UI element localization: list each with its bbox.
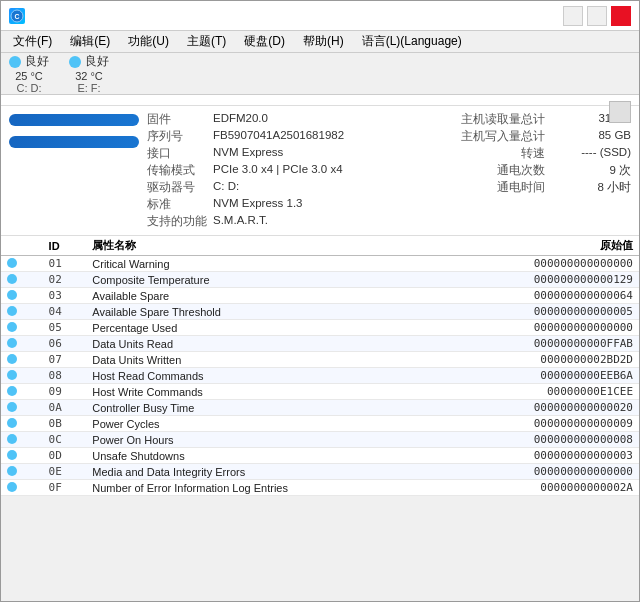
table-row: 0DUnsafe Shutdowns000000000000003 (1, 448, 639, 464)
spec-value-6: S.M.A.R.T. (213, 214, 453, 229)
stat-value-3: 9 次 (551, 163, 631, 178)
table-row: 08Host Read Commands000000000EEB6A (1, 368, 639, 384)
attr-value: 00000000000FFAB (446, 336, 639, 352)
attr-id: 0D (43, 448, 87, 464)
status-indicator (7, 306, 17, 316)
attr-tbody: 01Critical Warning00000000000000002Compo… (1, 256, 639, 496)
attr-id: 07 (43, 352, 87, 368)
attr-name: Data Units Read (86, 336, 446, 352)
attr-id: 09 (43, 384, 87, 400)
attr-value: 000000000000005 (446, 304, 639, 320)
row-icon (1, 368, 43, 384)
play-button[interactable] (609, 101, 631, 123)
status-indicator (7, 386, 17, 396)
attr-name: Data Units Written (86, 352, 446, 368)
spec-label-1: 序列号 (147, 129, 207, 144)
attr-value: 000000000000129 (446, 272, 639, 288)
drive-tab-0[interactable]: 良好 25 °C C: D: (9, 53, 49, 94)
stat-label-3: 通电次数 (461, 163, 545, 178)
attr-value: 000000000000000 (446, 256, 639, 272)
table-row: 03Available Spare000000000000064 (1, 288, 639, 304)
title-bar: C (1, 1, 639, 31)
close-button[interactable] (611, 6, 631, 26)
status-indicator (7, 274, 17, 284)
svg-text:C: C (14, 13, 19, 20)
menu-item[interactable]: 编辑(E) (62, 31, 118, 52)
attr-table: ID 属性名称 原始值 01Critical Warning0000000000… (1, 236, 639, 496)
table-row: 0CPower On Hours000000000000008 (1, 432, 639, 448)
spec-value-5: NVM Express 1.3 (213, 197, 453, 212)
table-row: 01Critical Warning000000000000000 (1, 256, 639, 272)
minimize-button[interactable] (563, 6, 583, 26)
drive-status-1: 良好 (85, 53, 109, 70)
attr-value: 0000000000002A (446, 480, 639, 496)
col-id: ID (43, 236, 87, 256)
row-icon (1, 352, 43, 368)
table-row: 0EMedia and Data Integrity Errors0000000… (1, 464, 639, 480)
menu-item[interactable]: 主题(T) (179, 31, 234, 52)
row-icon (1, 416, 43, 432)
menu-item[interactable]: 帮助(H) (295, 31, 352, 52)
attr-name: Percentage Used (86, 320, 446, 336)
table-row: 0FNumber of Error Information Log Entrie… (1, 480, 639, 496)
row-icon (1, 384, 43, 400)
title-left: C (9, 8, 31, 24)
attr-id: 05 (43, 320, 87, 336)
row-icon (1, 400, 43, 416)
menu-item[interactable]: 语言(L)(Language) (354, 31, 470, 52)
status-indicator (7, 258, 17, 268)
table-row: 02Composite Temperature000000000000129 (1, 272, 639, 288)
status-indicator (7, 354, 17, 364)
table-header-row: ID 属性名称 原始值 (1, 236, 639, 256)
status-indicator (7, 434, 17, 444)
title-controls (563, 6, 631, 26)
attr-value: 0000000002BD2D (446, 352, 639, 368)
stat-label-1: 主机写入量总计 (461, 129, 545, 144)
spec-label-3: 传输模式 (147, 163, 207, 178)
row-icon (1, 480, 43, 496)
right-panel: 主机读取量总计31 GB主机写入量总计85 GB转速---- (SSD)通电次数… (461, 112, 631, 229)
spec-label-5: 标准 (147, 197, 207, 212)
stat-value-1: 85 GB (551, 129, 631, 144)
stat-value-2: ---- (SSD) (551, 146, 631, 161)
menu-item[interactable]: 功能(U) (120, 31, 177, 52)
maximize-button[interactable] (587, 6, 607, 26)
menu-item[interactable]: 硬盘(D) (236, 31, 293, 52)
stat-label-2: 转速 (461, 146, 545, 161)
attr-value: 00000000E1CEE (446, 384, 639, 400)
attr-container: ID 属性名称 原始值 01Critical Warning0000000000… (1, 236, 639, 496)
drive-tab-1[interactable]: 良好 32 °C E: F: (69, 53, 109, 94)
attr-name: Unsafe Shutdowns (86, 448, 446, 464)
spec-value-0: EDFM20.0 (213, 112, 453, 127)
menu-item[interactable]: 文件(F) (5, 31, 60, 52)
left-panel (9, 112, 139, 229)
attr-name: Available Spare Threshold (86, 304, 446, 320)
drive-temp-0: 25 °C (15, 70, 43, 82)
attr-name: Host Read Commands (86, 368, 446, 384)
stat-value-4: 8 小时 (551, 180, 631, 195)
attr-id: 06 (43, 336, 87, 352)
status-indicator (7, 322, 17, 332)
stat-label-0: 主机读取量总计 (461, 112, 545, 127)
status-indicator (7, 370, 17, 380)
row-icon (1, 448, 43, 464)
status-indicator (7, 482, 17, 492)
spec-label-4: 驱动器号 (147, 180, 207, 195)
attr-name: Controller Busy Time (86, 400, 446, 416)
temp-box (9, 136, 139, 148)
table-row: 0AController Busy Time000000000000020 (1, 400, 639, 416)
drive-tabs: 良好 25 °C C: D: 良好 32 °C E: F: (1, 53, 639, 95)
attr-name: Composite Temperature (86, 272, 446, 288)
spec-label-0: 固件 (147, 112, 207, 127)
middle-panel: 固件EDFM20.0序列号FB5907041A2501681982接口NVM E… (147, 112, 453, 229)
drive-letter-0: C: D: (16, 82, 41, 94)
row-icon (1, 464, 43, 480)
attr-value: 000000000000000 (446, 320, 639, 336)
attr-name: Power On Hours (86, 432, 446, 448)
col-name: 属性名称 (86, 236, 446, 256)
attr-name: Host Write Commands (86, 384, 446, 400)
attr-name: Power Cycles (86, 416, 446, 432)
status-indicator (7, 450, 17, 460)
attr-value: 000000000000064 (446, 288, 639, 304)
attr-name: Number of Error Information Log Entries (86, 480, 446, 496)
